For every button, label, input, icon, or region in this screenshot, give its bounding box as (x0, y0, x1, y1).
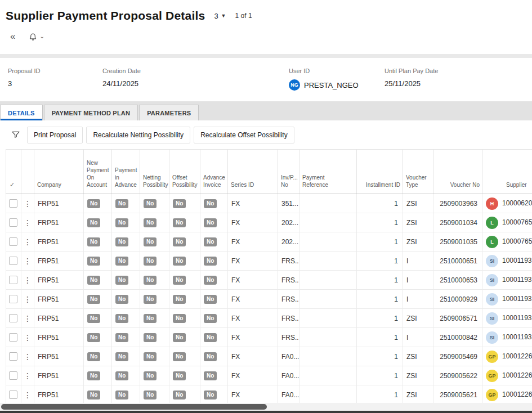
recalculate-offset-possibility-button[interactable]: Recalculate Offset Possibility (194, 127, 294, 143)
row-checkbox[interactable] (9, 390, 17, 399)
row-menu-icon[interactable]: ⋮ (24, 333, 32, 342)
advance-invoice-cell: No (200, 232, 228, 252)
no-badge: No (115, 257, 128, 266)
supplier-cell: SI10001193 - (482, 290, 532, 309)
series-id-cell: FX (228, 309, 278, 328)
advance-invoice-cell: No (200, 290, 228, 309)
supplier-id: 10001193 - (502, 333, 532, 341)
supplier-cell: SI10001193 - (482, 309, 532, 328)
row-menu-icon[interactable]: ⋮ (24, 257, 32, 266)
row-checkbox[interactable] (9, 237, 17, 246)
horizontal-scrollbar-thumb[interactable] (1, 404, 267, 410)
invoice-no-cell: FA0... (278, 385, 299, 405)
field-value: 25/11/2025 (385, 79, 438, 88)
payment-reference-cell (299, 213, 357, 232)
no-badge: No (115, 352, 128, 361)
row-checkbox[interactable] (9, 218, 17, 227)
row-menu-icon[interactable]: ⋮ (24, 314, 32, 323)
print-proposal-button[interactable]: Print Proposal (27, 127, 83, 143)
new-payment-on-account-cell: No (84, 290, 112, 309)
supplier-avatar: L (486, 236, 498, 248)
row-checkbox[interactable] (9, 257, 17, 265)
no-badge: No (87, 295, 100, 304)
column-header-voucher-type[interactable]: Voucher Type (403, 150, 433, 194)
row-menu-icon[interactable]: ⋮ (24, 352, 32, 361)
row-menu-icon[interactable]: ⋮ (24, 199, 32, 208)
table-row[interactable]: ⋮FRP51NoNoNoNoNoFXFA0...1ZSI2509005622GP… (6, 366, 532, 385)
supplier-avatar: SI (486, 255, 498, 267)
table-row[interactable]: ⋮FRP51NoNoNoNoNoFX202...1ZSI2509001034L1… (6, 213, 532, 232)
column-header-company[interactable]: Company (34, 150, 84, 194)
row-menu-icon[interactable]: ⋮ (24, 390, 32, 399)
netting-possibility-cell: No (140, 309, 169, 328)
user-avatar: NG (289, 79, 300, 91)
row-menu-icon[interactable]: ⋮ (24, 237, 32, 246)
table-row[interactable]: ⋮FRP51NoNoNoNoNoFXFRS...1I2510000842SI10… (6, 328, 532, 347)
tab-parameters[interactable]: PARAMETERS (139, 105, 199, 120)
row-menu-icon[interactable]: ⋮ (24, 218, 32, 227)
record-selector-dropdown[interactable]: 3 ▼ (214, 12, 226, 20)
row-checkbox[interactable] (9, 199, 17, 208)
field-value: NG PRESTA_NGEO (289, 79, 385, 91)
row-checkbox[interactable] (9, 295, 17, 303)
table-row[interactable]: ⋮FRP51NoNoNoNoNoFX351...1ZSI2509003963H1… (6, 194, 532, 213)
voucher-type-cell: I (403, 290, 433, 309)
invoice-no-cell: FRS... (278, 271, 299, 290)
column-header-payment-reference[interactable]: Payment Reference (299, 150, 357, 194)
table-row[interactable]: ⋮FRP51NoNoNoNoNoFXFA0...1ZSI2509005469GP… (6, 347, 532, 366)
no-badge: No (204, 276, 217, 285)
row-checkbox[interactable] (9, 333, 17, 342)
table-row[interactable]: ⋮FRP51NoNoNoNoNoFXFRS...1ZSI2509006571SI… (6, 309, 532, 328)
tab-payment-method-plan[interactable]: PAYMENT METHOD PLAN (44, 105, 138, 120)
collapse-panel-button[interactable]: « (10, 32, 15, 41)
no-badge: No (87, 257, 100, 266)
column-header-installment-id[interactable]: Installment ID (357, 150, 403, 194)
installment-id-cell: 1 (357, 252, 403, 271)
column-header-supplier[interactable]: Supplier (482, 150, 532, 194)
column-header-offset-possibility[interactable]: Offset Possibility (169, 150, 200, 194)
field-until-plan-pay-date: Until Plan Pay Date 25/11/2025 (385, 68, 438, 101)
row-menu-icon[interactable]: ⋮ (24, 371, 32, 380)
tab-details[interactable]: DETAILS (0, 105, 43, 120)
column-header-advance-invoice[interactable]: Advance Invoice (200, 150, 228, 194)
row-checkbox[interactable] (9, 352, 17, 361)
recalculate-netting-possibility-button[interactable]: Recalculate Netting Possibility (86, 127, 190, 143)
voucher-no-cell: 2510000651 (433, 252, 482, 271)
row-checkbox[interactable] (9, 276, 17, 284)
row-checkbox[interactable] (9, 314, 17, 322)
row-select-cell (6, 232, 21, 252)
advance-invoice-cell: No (200, 194, 228, 213)
notifications-button[interactable]: ⌄ (29, 32, 44, 41)
no-badge: No (87, 199, 100, 208)
column-header-inv-no[interactable]: Inv/P... No (278, 150, 299, 194)
select-all-header[interactable]: ✓ (6, 150, 21, 194)
column-header-payment-in-advance[interactable]: Payment in Advance (112, 150, 140, 194)
voucher-no-cell: 2510000929 (433, 290, 482, 309)
row-menu-icon[interactable]: ⋮ (24, 295, 32, 304)
installment-id-cell: 1 (357, 194, 403, 213)
voucher-no-cell: 2509006571 (433, 309, 482, 328)
column-header-new-payment-on-account[interactable]: New Payment On Account (84, 150, 112, 194)
table-body: ⋮FRP51NoNoNoNoNoFX351...1ZSI2509003963H1… (6, 194, 532, 405)
table-row[interactable]: ⋮FRP51NoNoNoNoNoFXFA0...1ZSI2509005621GP… (6, 385, 532, 405)
table-row[interactable]: ⋮FRP51NoNoNoNoNoFXFRS...1I2510000653SI10… (6, 271, 532, 290)
no-badge: No (204, 390, 217, 399)
no-badge: No (87, 371, 100, 380)
record-selector-value: 3 (214, 12, 218, 20)
column-header-series-id[interactable]: Series ID (228, 150, 278, 194)
supplier-cell: SI10001193 - (482, 328, 532, 347)
no-badge: No (204, 257, 217, 266)
table-row[interactable]: ⋮FRP51NoNoNoNoNoFXFRS...1I2510000651SI10… (6, 252, 532, 271)
offset-possibility-cell: No (169, 213, 200, 232)
invoice-no-cell: FA0... (278, 366, 299, 385)
table-row[interactable]: ⋮FRP51NoNoNoNoNoFX202...1ZSI2509001035L1… (6, 232, 532, 252)
column-header-voucher-no[interactable]: Voucher No (433, 150, 482, 194)
row-menu-icon[interactable]: ⋮ (24, 276, 32, 285)
no-badge: No (87, 314, 100, 323)
row-select-cell (6, 385, 21, 405)
column-header-netting-possibility[interactable]: Netting Possibility (140, 150, 169, 194)
table-row[interactable]: ⋮FRP51NoNoNoNoNoFXFRS...1I2510000929SI10… (6, 290, 532, 309)
new-payment-on-account-cell: No (84, 194, 112, 213)
row-checkbox[interactable] (9, 371, 17, 380)
filter-button[interactable] (8, 128, 24, 142)
